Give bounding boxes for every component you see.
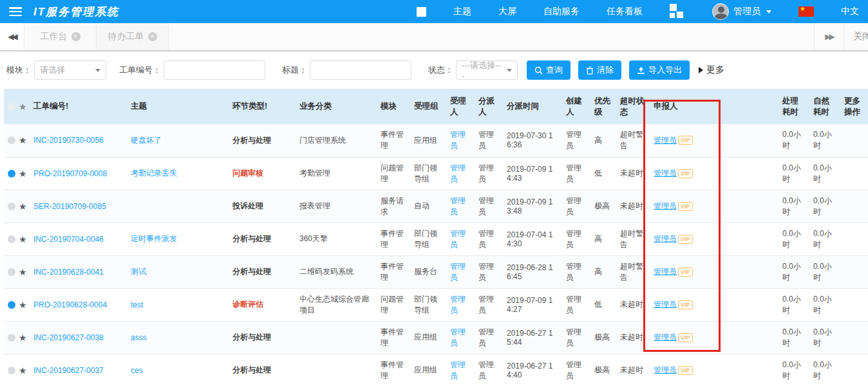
- row-radio[interactable]: [8, 334, 15, 342]
- vip-badge: VIP: [678, 136, 693, 145]
- more-actions-cell: [840, 321, 868, 354]
- category-cell: [296, 354, 377, 384]
- accept-person-link[interactable]: 管理员: [450, 130, 466, 150]
- app-title: IT服务管理系统: [33, 5, 119, 19]
- tabs-scroll-right-button[interactable]: ▶▶: [814, 23, 844, 50]
- table-row[interactable]: ★ INC-20190627-0037 ces 分析与处理 事件管理 应用组 管…: [4, 354, 868, 384]
- order-no-input[interactable]: [164, 60, 265, 80]
- close-icon[interactable]: ×: [71, 32, 80, 41]
- nav-bigscreen[interactable]: 大屏: [498, 6, 516, 17]
- language-switch[interactable]: 中文: [841, 6, 859, 17]
- select-all-radio[interactable]: [8, 103, 15, 111]
- dispatcher-cell: 管理员: [475, 190, 503, 223]
- order-no-cell: INC-20190730-0056: [33, 124, 127, 157]
- process-time-cell: 0.0小时: [778, 255, 809, 288]
- tab-pending-orders[interactable]: 待办工单 ×: [97, 23, 169, 50]
- china-flag-icon[interactable]: ★: [798, 6, 814, 17]
- favorite-star-icon[interactable]: ★: [19, 102, 27, 112]
- subject-link[interactable]: ces: [131, 366, 143, 375]
- nav-selfservice[interactable]: 自助服务: [543, 6, 580, 17]
- table-row[interactable]: ★ INC-20190628-0041 测试 分析与处理 二维码发码系统 事件管…: [4, 255, 868, 288]
- nav-taskboard[interactable]: 任务看板: [607, 6, 643, 17]
- step-type-cell: 投诉处理: [229, 190, 296, 223]
- title-input[interactable]: [310, 60, 411, 80]
- process-time-cell: 0.0小时: [778, 354, 809, 384]
- accept-group-cell: 应用组: [410, 354, 446, 384]
- module-select[interactable]: 请选择: [34, 60, 106, 80]
- subject-link[interactable]: asss: [131, 333, 147, 342]
- favorite-star-icon[interactable]: ★: [19, 267, 27, 277]
- favorite-star-icon[interactable]: ★: [19, 234, 27, 244]
- reporter-link[interactable]: 管理员: [654, 267, 677, 276]
- subject-link[interactable]: test: [131, 300, 143, 309]
- order-no-link[interactable]: INC-20190628-0041: [33, 268, 104, 277]
- order-no-link[interactable]: SER-20190709-0085: [33, 202, 106, 211]
- subject-link[interactable]: 定时事件派发: [131, 234, 177, 243]
- more-filters-toggle[interactable]: 更多: [699, 64, 724, 76]
- user-avatar[interactable]: [712, 3, 729, 20]
- menu-hamburger-icon[interactable]: [9, 7, 22, 16]
- reporter-link[interactable]: 管理员: [654, 333, 677, 342]
- table-row[interactable]: ★ INC-20190730-0056 硬盘坏了 分析与处理 门店管理系统 事件…: [4, 124, 868, 157]
- subject-link[interactable]: 硬盘坏了: [131, 136, 162, 145]
- table-row[interactable]: ★ INC-20190627-0038 asss 分析与处理 事件管理 应用组 …: [4, 321, 868, 354]
- row-radio[interactable]: [8, 203, 15, 210]
- favorite-star-icon[interactable]: ★: [19, 300, 27, 310]
- tab-workbench[interactable]: 工作台 ×: [24, 23, 97, 50]
- row-radio[interactable]: [8, 301, 15, 309]
- order-no-link[interactable]: INC-20190627-0038: [33, 333, 104, 342]
- accept-person-link[interactable]: 管理员: [450, 295, 466, 315]
- category-cell: 二维码发码系统: [296, 255, 377, 288]
- close-icon[interactable]: ×: [148, 32, 157, 41]
- reporter-link[interactable]: 管理员: [654, 169, 677, 178]
- reporter-link[interactable]: 管理员: [654, 201, 677, 210]
- search-button[interactable]: 查询: [527, 60, 571, 80]
- title-label: 标题：: [282, 64, 307, 76]
- favorite-star-icon[interactable]: ★: [19, 135, 27, 145]
- dispatch-time-cell: 2019-07-30 16:36: [503, 124, 562, 157]
- dispatch-time-cell: 2019-07-09 14:43: [503, 157, 562, 190]
- accept-person-link[interactable]: 管理员: [450, 360, 466, 380]
- table-row[interactable]: ★ PRO-20190628-0004 test 诊断评估 中心生态城综合管廊项…: [4, 288, 868, 321]
- tabs-scroll-left-button[interactable]: ◀◀: [0, 23, 24, 50]
- table-row[interactable]: ★ INC-20190704-0046 定时事件派发 分析与处理 360天擎 事…: [4, 223, 868, 255]
- reporter-link[interactable]: 管理员: [654, 365, 677, 374]
- row-radio[interactable]: [8, 136, 15, 144]
- clear-button[interactable]: 清除: [578, 60, 621, 80]
- natural-time-cell: 0.0小时: [809, 223, 840, 255]
- status-select[interactable]: ---请选择---: [456, 60, 518, 80]
- reporter-link[interactable]: 管理员: [654, 300, 677, 309]
- subject-link[interactable]: 考勤记录丢失: [131, 169, 177, 178]
- table-row[interactable]: ★ SER-20190709-0085 投诉处理 报表管理 服务请求 自动 管理…: [4, 190, 868, 223]
- user-menu[interactable]: 管理员: [712, 3, 771, 20]
- order-no-link[interactable]: PRO-20190628-0004: [33, 300, 107, 309]
- accept-person-link[interactable]: 管理员: [450, 262, 466, 282]
- row-radio[interactable]: [8, 235, 15, 243]
- fullscreen-icon[interactable]: [417, 7, 426, 17]
- row-radio[interactable]: [8, 268, 15, 276]
- order-no-link[interactable]: INC-20190704-0046: [33, 235, 104, 244]
- favorite-star-icon[interactable]: ★: [19, 201, 27, 212]
- reporter-link[interactable]: 管理员: [654, 234, 677, 243]
- accept-group-cell: 部门领导组: [410, 288, 446, 321]
- table-row[interactable]: ★ PRO-20190709-0008 考勤记录丢失 问题审核 考勤管理 问题管…: [4, 157, 868, 190]
- subject-link[interactable]: 测试: [131, 267, 146, 276]
- favorite-star-icon[interactable]: ★: [19, 169, 27, 179]
- accept-person-link[interactable]: 管理员: [450, 196, 466, 216]
- reporter-link[interactable]: 管理员: [654, 136, 677, 145]
- row-radio[interactable]: [8, 367, 15, 374]
- process-time-cell: 0.0小时: [778, 288, 809, 321]
- accept-person-link[interactable]: 管理员: [450, 229, 466, 249]
- import-export-button[interactable]: 导入导出: [629, 60, 690, 80]
- order-no-link[interactable]: PRO-20190709-0008: [33, 169, 107, 178]
- accept-person-link[interactable]: 管理员: [450, 327, 466, 347]
- row-radio[interactable]: [8, 170, 15, 178]
- favorite-star-icon[interactable]: ★: [19, 333, 27, 343]
- favorite-star-icon[interactable]: ★: [19, 365, 27, 376]
- order-no-link[interactable]: INC-20190730-0056: [33, 136, 104, 145]
- order-no-link[interactable]: INC-20190627-0037: [33, 366, 104, 375]
- tabs-close-menu[interactable]: 关闭: [844, 23, 868, 50]
- apps-grid-icon[interactable]: [670, 4, 685, 19]
- nav-theme[interactable]: 主题: [453, 6, 471, 17]
- accept-person-link[interactable]: 管理员: [450, 163, 466, 183]
